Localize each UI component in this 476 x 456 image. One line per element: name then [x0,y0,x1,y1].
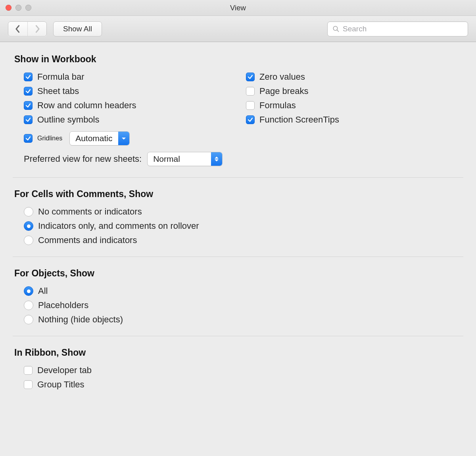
section-title: In Ribbon, Show [14,347,462,358]
section-title: For Cells with Comments, Show [14,189,462,199]
chevron-right-icon [34,25,40,33]
radio-label: All [38,286,48,296]
checkbox-icon [24,366,33,375]
check-developer-tab[interactable]: Developer tab [14,365,462,376]
close-icon[interactable] [6,5,12,11]
checkbox-icon [24,115,33,124]
preferred-view-label: Preferred view for new sheets: [24,154,142,164]
radio-indicators-only[interactable]: Indicators only, and comments on rollove… [14,221,462,231]
svg-line-1 [337,30,339,32]
radio-icon [24,301,33,310]
preferred-view-select[interactable]: Normal [147,152,223,166]
check-label: Sheet tabs [37,86,79,96]
check-label: Zero values [259,72,305,82]
check-zero-values[interactable]: Zero values [236,72,462,82]
check-label: Page breaks [259,86,309,96]
radio-label: Nothing (hide objects) [38,314,123,325]
section-title: For Objects, Show [14,268,462,279]
checkbox-icon [246,87,255,96]
check-outline-symbols[interactable]: Outline symbols [14,115,221,125]
select-value: Normal [148,152,211,166]
back-button[interactable] [8,22,27,36]
check-label: Formulas [259,100,296,111]
check-row-column-headers[interactable]: Row and column headers [14,100,221,111]
chevron-left-icon [15,25,21,33]
search-icon [332,25,340,33]
stepper-arrows-icon [211,152,222,166]
checkbox-icon [24,101,33,110]
check-page-breaks[interactable]: Page breaks [236,86,462,96]
check-group-titles[interactable]: Group Titles [14,379,462,390]
zoom-icon [25,5,31,11]
forward-button[interactable] [27,22,46,36]
check-label: Row and column headers [37,100,136,111]
check-label: Formula bar [37,72,84,82]
search-input[interactable] [343,25,463,33]
radio-icon [24,207,33,217]
check-formulas[interactable]: Formulas [236,100,462,111]
checkbox-icon [24,380,33,389]
radio-objects-all[interactable]: All [14,286,462,296]
radio-label: Indicators only, and comments on rollove… [38,221,199,231]
prefs-body: Show in Workbook Formula bar Sheet tabs … [0,42,476,405]
check-sheet-tabs[interactable]: Sheet tabs [14,86,221,96]
preferred-view-row: Preferred view for new sheets: Normal [14,152,462,166]
radio-icon [24,221,33,231]
nav-segmented [8,21,47,36]
traffic-lights [6,5,31,11]
radio-comments-and-indicators[interactable]: Comments and indicators [14,235,462,245]
divider [13,257,463,257]
radio-label: No comments or indicators [38,207,142,217]
show-all-button[interactable]: Show All [53,21,102,36]
checkbox-icon [24,73,33,81]
check-label: Function ScreenTips [259,115,339,125]
minimize-icon [15,5,21,11]
window-title: View [0,4,476,12]
select-value: Automatic [70,132,118,145]
section-show-in-workbook: Show in Workbook Formula bar Sheet tabs … [14,54,462,178]
check-function-screentips[interactable]: Function ScreenTips [236,115,462,125]
checkbox-icon [246,101,255,110]
checkbox-icon [24,134,33,143]
check-gridlines[interactable]: Gridlines Automatic [14,131,221,146]
radio-label: Comments and indicators [38,235,137,245]
radio-icon [24,236,33,245]
radio-no-comments[interactable]: No comments or indicators [14,207,462,217]
toolbar: Show All [0,16,476,42]
section-comments: For Cells with Comments, Show No comment… [14,189,462,257]
section-ribbon: In Ribbon, Show Developer tab Group Titl… [14,347,462,390]
check-formula-bar[interactable]: Formula bar [14,72,221,82]
section-title: Show in Workbook [14,54,462,65]
search-field[interactable] [327,21,468,36]
radio-label: Placeholders [38,300,88,310]
divider [13,336,463,336]
checkbox-icon [246,73,255,81]
radio-icon [24,315,33,324]
chevron-down-icon [118,132,129,145]
gridlines-color-select[interactable]: Automatic [69,131,129,146]
section-objects: For Objects, Show All Placeholders Nothi… [14,268,462,336]
check-label: Group Titles [37,379,84,390]
radio-icon [24,286,33,296]
check-label: Developer tab [37,365,92,376]
check-label: Outline symbols [37,115,100,125]
radio-objects-nothing[interactable]: Nothing (hide objects) [14,314,462,325]
titlebar: View [0,0,476,16]
check-label: Gridlines [37,135,62,142]
checkbox-icon [246,115,255,124]
checkbox-icon [24,87,33,96]
divider [13,177,463,178]
radio-objects-placeholders[interactable]: Placeholders [14,300,462,310]
